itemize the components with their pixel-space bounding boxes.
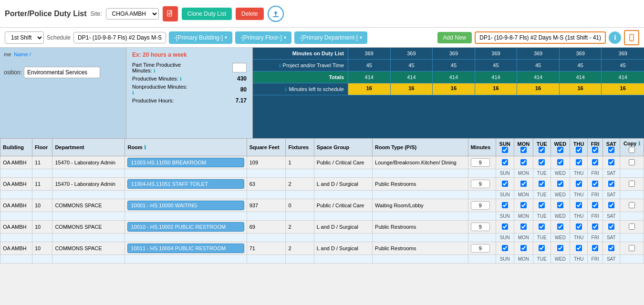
- room-input[interactable]: [127, 244, 244, 253]
- minutes-input[interactable]: [471, 180, 490, 188]
- copy-checkbox[interactable]: [629, 202, 635, 208]
- minutes-input[interactable]: [471, 158, 490, 167]
- copy-checkbox[interactable]: [629, 224, 635, 230]
- day-checkbox[interactable]: [557, 224, 563, 230]
- room-input[interactable]: [127, 222, 244, 232]
- day-checkbox[interactable]: [608, 224, 614, 230]
- building-dropdown[interactable]: -[Primary Building-] ▾: [169, 31, 232, 44]
- stat-thu-1: 369: [517, 48, 560, 59]
- info-icon4[interactable]: ℹ: [279, 63, 281, 68]
- room-input[interactable]: [127, 201, 244, 210]
- header-tue-check[interactable]: [539, 147, 545, 153]
- day-checkbox[interactable]: [592, 159, 598, 165]
- shift-select[interactable]: 1st Shift: [5, 31, 44, 44]
- day-label: FRI: [588, 191, 603, 199]
- position-input[interactable]: [24, 67, 100, 78]
- floor-dropdown[interactable]: -[Primary Floor-] ▾: [235, 31, 291, 44]
- department-dropdown[interactable]: -[Primary Department-] ▾: [294, 31, 367, 44]
- day-label: FRI: [588, 234, 603, 242]
- upload-button[interactable]: [268, 6, 284, 22]
- day-checkbox[interactable]: [576, 159, 582, 165]
- info-icon5[interactable]: ℹ: [285, 87, 287, 92]
- day-checkbox[interactable]: [539, 159, 545, 165]
- day-checkbox[interactable]: [557, 202, 563, 208]
- day-checkbox[interactable]: [576, 202, 582, 208]
- day-checkbox[interactable]: [557, 181, 563, 187]
- project-header: ℹ Project and/or Travel Time: [253, 60, 348, 71]
- info-icon3[interactable]: ℹ: [132, 90, 134, 95]
- info-icon[interactable]: ℹ: [154, 68, 156, 73]
- day-checkbox[interactable]: [539, 181, 545, 187]
- header-mon-check[interactable]: [520, 147, 527, 153]
- header-sun-check[interactable]: [502, 147, 508, 153]
- col-mon: MON: [514, 139, 533, 156]
- delete-button[interactable]: Delete: [236, 8, 264, 20]
- header-thu-check[interactable]: [576, 147, 582, 153]
- day-checkbox[interactable]: [520, 224, 527, 230]
- stat-sun-2: 45: [348, 60, 391, 71]
- name-link[interactable]: Name /: [14, 51, 31, 57]
- day-checkbox[interactable]: [520, 159, 527, 165]
- day-checkbox[interactable]: [608, 245, 614, 251]
- stat-thu-3: 414: [517, 71, 560, 83]
- copy-info-icon[interactable]: ℹ: [638, 141, 640, 146]
- day-checkbox[interactable]: [520, 202, 527, 208]
- room-input[interactable]: [127, 158, 244, 167]
- day-checkbox[interactable]: [608, 181, 614, 187]
- day-checkbox[interactable]: [520, 245, 527, 251]
- col-thu: THU: [570, 139, 588, 156]
- part-time-box: [232, 63, 247, 72]
- day-checkbox[interactable]: [557, 159, 563, 165]
- day-label: MON: [514, 255, 533, 264]
- stat-tue-3: 414: [433, 71, 475, 83]
- table-row: OA AMBH1115470 - Laboratory Admin632L an…: [0, 178, 644, 191]
- day-checkbox[interactable]: [576, 245, 582, 251]
- col-floor: Floor: [32, 139, 52, 156]
- day-checkbox[interactable]: [576, 181, 582, 187]
- day-checkbox[interactable]: [576, 224, 582, 230]
- day-checkbox[interactable]: [539, 202, 545, 208]
- header-copy-check[interactable]: [629, 147, 635, 153]
- clone-button[interactable]: Clone Duty List: [182, 8, 232, 20]
- day-checkbox[interactable]: [502, 159, 508, 165]
- day-checkbox[interactable]: [539, 224, 545, 230]
- day-checkbox[interactable]: [502, 181, 508, 187]
- table-subrow: SUNMONTUEWEDTHUFRISAT: [0, 255, 644, 264]
- day-checkbox[interactable]: [520, 181, 527, 187]
- copy-checkbox[interactable]: [629, 245, 635, 251]
- stat-fri-3: 414: [560, 71, 602, 83]
- info-circle-button[interactable]: ℹ: [609, 31, 621, 44]
- day-checkbox[interactable]: [608, 159, 614, 165]
- mobile-button[interactable]: [624, 30, 639, 45]
- room-input[interactable]: [127, 179, 244, 189]
- header-sat-check[interactable]: [608, 147, 614, 153]
- minutes-input[interactable]: [471, 244, 490, 253]
- day-checkbox[interactable]: [557, 245, 563, 251]
- day-checkbox[interactable]: [592, 202, 598, 208]
- info-icon2[interactable]: ℹ: [180, 76, 182, 81]
- main-content: me Name / osition: Ex: 20 hours a week P…: [0, 48, 644, 305]
- day-checkbox[interactable]: [592, 224, 598, 230]
- header-fri-check[interactable]: [592, 147, 598, 153]
- pdf-button[interactable]: [163, 6, 178, 21]
- day-checkbox[interactable]: [539, 245, 545, 251]
- day-checkbox[interactable]: [592, 245, 598, 251]
- col-department: Department: [52, 139, 125, 156]
- page-title: Porter/Police Duty List: [5, 10, 87, 18]
- day-checkbox[interactable]: [502, 245, 508, 251]
- site-select[interactable]: CHOA AMBH: [106, 8, 159, 20]
- day-checkbox[interactable]: [608, 202, 614, 208]
- stat-fri-2: 45: [560, 60, 602, 71]
- minutes-input[interactable]: [471, 223, 490, 231]
- header-wed-check[interactable]: [557, 147, 563, 153]
- day-checkbox[interactable]: [502, 224, 508, 230]
- copy-checkbox[interactable]: [629, 181, 635, 187]
- stat-mon-4: 16: [391, 83, 433, 95]
- minutes-input[interactable]: [471, 201, 490, 210]
- add-new-button[interactable]: Add New: [437, 32, 472, 43]
- header-bar: Porter/Police Duty List Site: CHOA AMBH …: [0, 0, 644, 28]
- copy-checkbox[interactable]: [629, 159, 635, 165]
- day-checkbox[interactable]: [592, 181, 598, 187]
- room-info-icon[interactable]: ℹ: [144, 144, 146, 150]
- day-checkbox[interactable]: [502, 202, 508, 208]
